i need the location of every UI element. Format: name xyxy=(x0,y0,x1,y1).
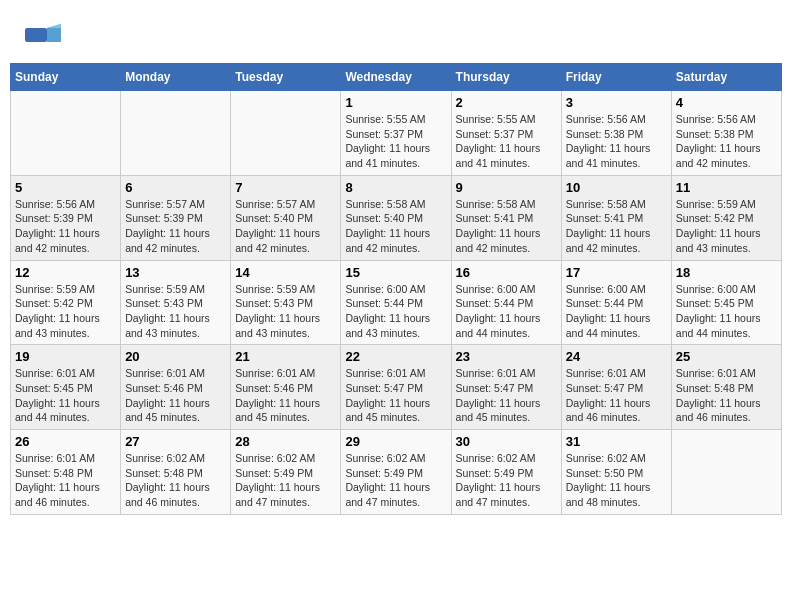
logo xyxy=(25,20,65,50)
calendar-cell: 22Sunrise: 6:01 AM Sunset: 5:47 PM Dayli… xyxy=(341,345,451,430)
day-number: 22 xyxy=(345,349,446,364)
calendar-cell: 3Sunrise: 5:56 AM Sunset: 5:38 PM Daylig… xyxy=(561,91,671,176)
day-info: Sunrise: 5:55 AM Sunset: 5:37 PM Dayligh… xyxy=(345,112,446,171)
calendar-cell: 4Sunrise: 5:56 AM Sunset: 5:38 PM Daylig… xyxy=(671,91,781,176)
calendar-cell: 17Sunrise: 6:00 AM Sunset: 5:44 PM Dayli… xyxy=(561,260,671,345)
calendar-cell: 5Sunrise: 5:56 AM Sunset: 5:39 PM Daylig… xyxy=(11,175,121,260)
day-number: 17 xyxy=(566,265,667,280)
day-info: Sunrise: 6:00 AM Sunset: 5:44 PM Dayligh… xyxy=(345,282,446,341)
calendar-cell: 25Sunrise: 6:01 AM Sunset: 5:48 PM Dayli… xyxy=(671,345,781,430)
day-number: 30 xyxy=(456,434,557,449)
day-info: Sunrise: 5:58 AM Sunset: 5:41 PM Dayligh… xyxy=(456,197,557,256)
day-info: Sunrise: 6:01 AM Sunset: 5:48 PM Dayligh… xyxy=(676,366,777,425)
day-info: Sunrise: 5:57 AM Sunset: 5:39 PM Dayligh… xyxy=(125,197,226,256)
day-info: Sunrise: 5:56 AM Sunset: 5:38 PM Dayligh… xyxy=(676,112,777,171)
calendar-cell: 7Sunrise: 5:57 AM Sunset: 5:40 PM Daylig… xyxy=(231,175,341,260)
calendar-cell: 19Sunrise: 6:01 AM Sunset: 5:45 PM Dayli… xyxy=(11,345,121,430)
svg-rect-0 xyxy=(25,28,47,42)
day-info: Sunrise: 6:02 AM Sunset: 5:49 PM Dayligh… xyxy=(235,451,336,510)
calendar-cell: 31Sunrise: 6:02 AM Sunset: 5:50 PM Dayli… xyxy=(561,430,671,515)
day-number: 18 xyxy=(676,265,777,280)
calendar-cell: 14Sunrise: 5:59 AM Sunset: 5:43 PM Dayli… xyxy=(231,260,341,345)
calendar-cell: 26Sunrise: 6:01 AM Sunset: 5:48 PM Dayli… xyxy=(11,430,121,515)
day-info: Sunrise: 6:01 AM Sunset: 5:47 PM Dayligh… xyxy=(456,366,557,425)
day-info: Sunrise: 6:02 AM Sunset: 5:50 PM Dayligh… xyxy=(566,451,667,510)
day-number: 5 xyxy=(15,180,116,195)
day-number: 4 xyxy=(676,95,777,110)
calendar-cell: 29Sunrise: 6:02 AM Sunset: 5:49 PM Dayli… xyxy=(341,430,451,515)
day-info: Sunrise: 5:55 AM Sunset: 5:37 PM Dayligh… xyxy=(456,112,557,171)
day-info: Sunrise: 6:01 AM Sunset: 5:45 PM Dayligh… xyxy=(15,366,116,425)
day-number: 11 xyxy=(676,180,777,195)
day-info: Sunrise: 5:59 AM Sunset: 5:43 PM Dayligh… xyxy=(125,282,226,341)
day-number: 15 xyxy=(345,265,446,280)
calendar-cell: 12Sunrise: 5:59 AM Sunset: 5:42 PM Dayli… xyxy=(11,260,121,345)
day-info: Sunrise: 6:02 AM Sunset: 5:49 PM Dayligh… xyxy=(345,451,446,510)
weekday-header-wednesday: Wednesday xyxy=(341,64,451,91)
day-info: Sunrise: 6:02 AM Sunset: 5:49 PM Dayligh… xyxy=(456,451,557,510)
calendar-cell: 16Sunrise: 6:00 AM Sunset: 5:44 PM Dayli… xyxy=(451,260,561,345)
day-number: 23 xyxy=(456,349,557,364)
calendar-cell: 23Sunrise: 6:01 AM Sunset: 5:47 PM Dayli… xyxy=(451,345,561,430)
calendar-cell: 10Sunrise: 5:58 AM Sunset: 5:41 PM Dayli… xyxy=(561,175,671,260)
calendar-cell: 8Sunrise: 5:58 AM Sunset: 5:40 PM Daylig… xyxy=(341,175,451,260)
weekday-header-thursday: Thursday xyxy=(451,64,561,91)
day-info: Sunrise: 6:01 AM Sunset: 5:46 PM Dayligh… xyxy=(235,366,336,425)
calendar-cell: 13Sunrise: 5:59 AM Sunset: 5:43 PM Dayli… xyxy=(121,260,231,345)
day-number: 3 xyxy=(566,95,667,110)
day-info: Sunrise: 5:59 AM Sunset: 5:42 PM Dayligh… xyxy=(15,282,116,341)
day-number: 1 xyxy=(345,95,446,110)
calendar-cell xyxy=(671,430,781,515)
weekday-header-friday: Friday xyxy=(561,64,671,91)
day-number: 13 xyxy=(125,265,226,280)
logo-icon xyxy=(25,20,61,50)
calendar-cell xyxy=(231,91,341,176)
day-number: 27 xyxy=(125,434,226,449)
day-number: 8 xyxy=(345,180,446,195)
day-info: Sunrise: 5:56 AM Sunset: 5:39 PM Dayligh… xyxy=(15,197,116,256)
day-info: Sunrise: 5:58 AM Sunset: 5:41 PM Dayligh… xyxy=(566,197,667,256)
calendar-cell: 28Sunrise: 6:02 AM Sunset: 5:49 PM Dayli… xyxy=(231,430,341,515)
calendar-cell: 21Sunrise: 6:01 AM Sunset: 5:46 PM Dayli… xyxy=(231,345,341,430)
day-info: Sunrise: 6:01 AM Sunset: 5:48 PM Dayligh… xyxy=(15,451,116,510)
calendar-cell: 20Sunrise: 6:01 AM Sunset: 5:46 PM Dayli… xyxy=(121,345,231,430)
day-info: Sunrise: 6:00 AM Sunset: 5:44 PM Dayligh… xyxy=(566,282,667,341)
day-number: 29 xyxy=(345,434,446,449)
day-number: 12 xyxy=(15,265,116,280)
day-info: Sunrise: 5:56 AM Sunset: 5:38 PM Dayligh… xyxy=(566,112,667,171)
weekday-header-tuesday: Tuesday xyxy=(231,64,341,91)
day-info: Sunrise: 5:58 AM Sunset: 5:40 PM Dayligh… xyxy=(345,197,446,256)
day-info: Sunrise: 6:01 AM Sunset: 5:47 PM Dayligh… xyxy=(566,366,667,425)
day-number: 25 xyxy=(676,349,777,364)
day-info: Sunrise: 5:59 AM Sunset: 5:43 PM Dayligh… xyxy=(235,282,336,341)
day-info: Sunrise: 5:57 AM Sunset: 5:40 PM Dayligh… xyxy=(235,197,336,256)
day-info: Sunrise: 6:02 AM Sunset: 5:48 PM Dayligh… xyxy=(125,451,226,510)
calendar-cell xyxy=(121,91,231,176)
day-info: Sunrise: 6:01 AM Sunset: 5:47 PM Dayligh… xyxy=(345,366,446,425)
day-info: Sunrise: 6:00 AM Sunset: 5:44 PM Dayligh… xyxy=(456,282,557,341)
weekday-header-saturday: Saturday xyxy=(671,64,781,91)
calendar-cell: 18Sunrise: 6:00 AM Sunset: 5:45 PM Dayli… xyxy=(671,260,781,345)
svg-marker-2 xyxy=(47,24,61,28)
day-number: 26 xyxy=(15,434,116,449)
day-number: 24 xyxy=(566,349,667,364)
calendar-cell: 2Sunrise: 5:55 AM Sunset: 5:37 PM Daylig… xyxy=(451,91,561,176)
day-info: Sunrise: 6:00 AM Sunset: 5:45 PM Dayligh… xyxy=(676,282,777,341)
header xyxy=(10,10,782,55)
weekday-header-monday: Monday xyxy=(121,64,231,91)
day-number: 21 xyxy=(235,349,336,364)
day-number: 31 xyxy=(566,434,667,449)
day-number: 16 xyxy=(456,265,557,280)
calendar-cell: 6Sunrise: 5:57 AM Sunset: 5:39 PM Daylig… xyxy=(121,175,231,260)
day-number: 28 xyxy=(235,434,336,449)
calendar-cell: 11Sunrise: 5:59 AM Sunset: 5:42 PM Dayli… xyxy=(671,175,781,260)
calendar-cell: 30Sunrise: 6:02 AM Sunset: 5:49 PM Dayli… xyxy=(451,430,561,515)
calendar: SundayMondayTuesdayWednesdayThursdayFrid… xyxy=(10,63,782,515)
day-number: 9 xyxy=(456,180,557,195)
day-number: 10 xyxy=(566,180,667,195)
day-number: 6 xyxy=(125,180,226,195)
day-number: 19 xyxy=(15,349,116,364)
day-number: 14 xyxy=(235,265,336,280)
calendar-cell: 9Sunrise: 5:58 AM Sunset: 5:41 PM Daylig… xyxy=(451,175,561,260)
calendar-cell: 1Sunrise: 5:55 AM Sunset: 5:37 PM Daylig… xyxy=(341,91,451,176)
